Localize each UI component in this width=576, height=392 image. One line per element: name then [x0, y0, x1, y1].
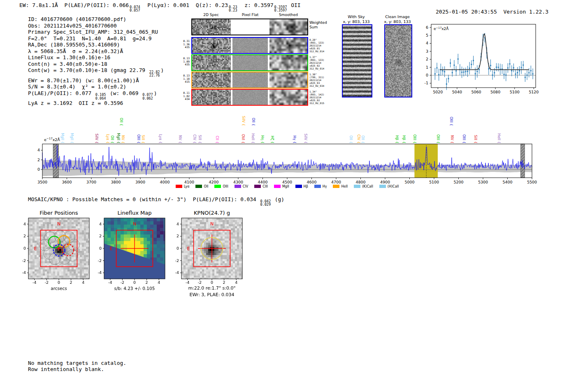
- cutout-ytick: -4: [94, 270, 102, 275]
- spectral-line-label: SiIV {: [95, 134, 99, 144]
- cutout-xtick: 0: [55, 280, 63, 285]
- inset-ytick: 3: [426, 49, 428, 53]
- spec2d-right-annotation: 1.30": [309, 73, 328, 76]
- smoothed-image: [269, 55, 307, 70]
- cutout-xtick: -4: [30, 280, 39, 285]
- spec2d-right-annotation: 0.20": [309, 38, 328, 41]
- info-text: ID: 4016770600 (4016770600.pdf): [28, 16, 126, 22]
- info-text: F=2.0" T=0.231 N=1.40 A=0.81 g=24.9: [28, 35, 151, 42]
- legend-swatch: [195, 185, 202, 188]
- spec2d-right-annotation: v025_02: [309, 99, 328, 102]
- spec2d-left-values: 0.111.82434: [181, 92, 190, 101]
- lineflux-map-overlay: NE: [104, 218, 165, 279]
- line-fit-plot: 502050405060508051005120-10123456e−17x2Å: [431, 24, 536, 88]
- inset-ytick: 2: [426, 57, 428, 61]
- legend-item: OII: [195, 185, 208, 188]
- summary-header: EW: 7.8±1.1Å P(LAE)/P(OII): 0.0660.0740.…: [19, 2, 301, 12]
- spec2d-right-annotation: 20211214: [309, 96, 328, 99]
- kpno-xlabel-line2: EWr: 3, PLAE: 0.034: [173, 292, 251, 297]
- inset-ytick: 6: [426, 25, 428, 30]
- pixelflat-image: [232, 38, 268, 53]
- info-text: Cont(w) = 3.70(±0.10)e-18 (gmag 22.79: [28, 67, 149, 73]
- header-lo: 0.3597: [274, 9, 287, 12]
- spectral-line-label: OII {: [119, 118, 123, 126]
- info-line: LyA z = 3.1692 OII z = 0.3596: [28, 100, 164, 107]
- cutout-ytick: -4: [19, 270, 26, 275]
- spec2d-left-value: 415: [181, 81, 190, 84]
- legend-item: HeII: [333, 185, 348, 188]
- inset-ytick: 0: [426, 73, 428, 77]
- inset-xtick: 5060: [471, 90, 481, 94]
- spectral-line-label: SiIV {: [304, 134, 308, 144]
- inset-ytick: 5: [426, 33, 428, 37]
- info-line: RA,Dec (180.595505,53.416069): [28, 42, 164, 48]
- info-stacked-value: 0.0770.062: [142, 93, 153, 100]
- legend-item: (H)CaII: [379, 185, 399, 188]
- cutout-xtick: 0: [130, 280, 139, 285]
- legend-item: CIV: [235, 185, 248, 188]
- spec2d-right-annotations: 1.37"(803, 133)20211214v025_02312_RU_014: [309, 56, 328, 70]
- spec2d-right-annotation: 312_RU_014: [309, 50, 328, 53]
- legend-label: Hγ: [323, 185, 327, 188]
- spectral-line-label: OIII {: [436, 135, 440, 144]
- mosaic-stacked-value: 0.0420.029: [260, 199, 271, 206]
- legend-item: Hγ: [314, 185, 327, 188]
- smoothed-image: [269, 90, 307, 105]
- spectrum-legend: LyαOIIOIIICIVCIIIMgIIHβHγHeII(K)CaII(H)C…: [42, 183, 532, 189]
- spec2d-left-values: 0.311.36435: [181, 40, 190, 49]
- legend-label: OII: [204, 185, 208, 188]
- inset-xtick: 5100: [510, 90, 520, 94]
- smoothed-image: [269, 19, 307, 35]
- cutout-ytick: 4: [19, 222, 26, 226]
- legend-item: MgII: [274, 185, 289, 188]
- compass-north-label: N: [133, 221, 136, 227]
- legend-item: OIII: [214, 185, 228, 188]
- info-line: EWr = 8.70(±1.70) (w: 8.00(±1.00))Å: [28, 77, 164, 84]
- info-stacked-value: 0.1050.064: [95, 93, 106, 100]
- cutout-ytick: 0: [94, 246, 102, 251]
- info-text: LineFlux = 1.30(±0.16)e-16: [28, 54, 110, 60]
- legend-item: (K)CaII: [354, 185, 373, 188]
- spectral-line-label: Hη {: [260, 135, 265, 144]
- spec2d-right-annotation: 20211214: [309, 61, 328, 64]
- info-line: Cont(n) = 3.40(±0.50)e-18: [28, 61, 164, 67]
- spec2d-right-annotations: 0.20"(803, 133)20211214v025_01312_RU_014: [309, 38, 328, 53]
- info-lo: 0.064: [95, 97, 106, 100]
- spectral-line-label: NV {: [121, 135, 125, 144]
- cutout-ytick: -2: [19, 258, 26, 263]
- footer-line-1: No matching targets in catalog.: [28, 360, 126, 366]
- weighted-sum-label: Weighted Sum: [309, 21, 329, 29]
- main-ytick: 2: [33, 158, 40, 162]
- mosaic-text: (g): [272, 196, 284, 202]
- cutout-ytick: 4: [172, 222, 179, 226]
- spec2d-row: [191, 19, 308, 35]
- spec2d-right-annotation: 312_RU_014: [309, 67, 328, 70]
- kpno-panel: NE: [181, 218, 242, 279]
- spacer: [497, 9, 504, 15]
- kpno-overlay: NE: [181, 218, 242, 279]
- legend-label: Hβ: [304, 185, 308, 188]
- legend-swatch: [214, 185, 221, 188]
- units-sup: −17: [46, 137, 53, 140]
- legend-swatch: [314, 185, 321, 188]
- spec2d-image: [192, 19, 231, 35]
- legend-swatch: [333, 185, 339, 188]
- spectral-line-label: MgII {: [70, 133, 74, 144]
- legend-swatch: [379, 185, 386, 188]
- main-spectrum-units-annotation: e−17x2Å: [44, 137, 60, 142]
- spec2d-right-annotation: (803, 133): [309, 58, 328, 61]
- cutout-xtick: 2: [220, 280, 228, 285]
- spectral-line-label: CIV {: [193, 135, 197, 144]
- inset-units-annotation: e−17x2Å: [434, 26, 449, 31]
- pixelflat-image: [232, 90, 268, 105]
- compass-east-label: E: [187, 246, 190, 251]
- spec2d-image: [192, 90, 231, 105]
- info-line: Obs: 20211214v025_4016770600: [28, 23, 164, 29]
- legend-item: CIII: [254, 185, 268, 188]
- cutout-xtick: 4: [232, 280, 240, 285]
- spectral-line-label: MgII {: [116, 133, 121, 144]
- info-text: S/N = 8.3(±0.4) χ² = 1.0(±0.2): [28, 84, 126, 90]
- info-text: (w: 0.069: [107, 90, 142, 96]
- legend-item: Hβ: [295, 185, 308, 188]
- info-text: RA,Dec (180.595505,53.416069): [28, 42, 120, 48]
